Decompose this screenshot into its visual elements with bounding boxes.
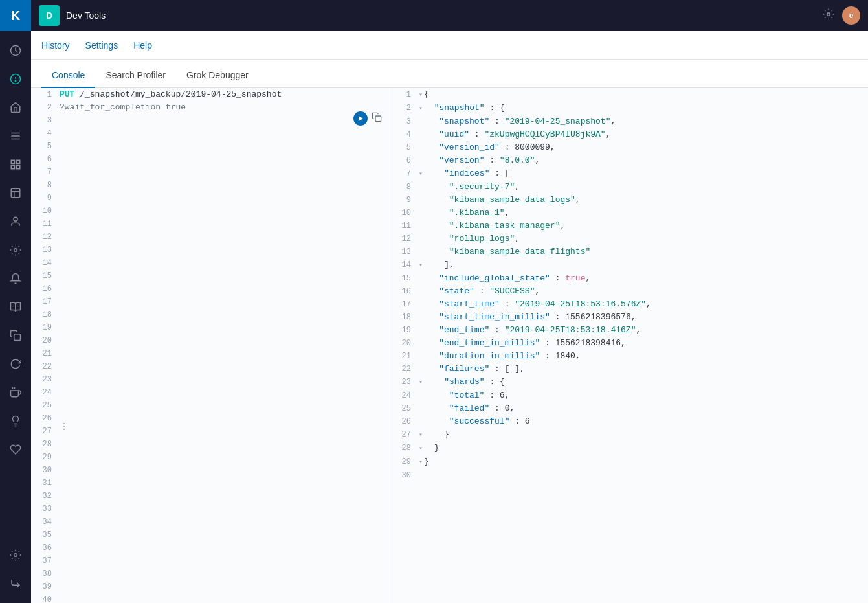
resp-line-29: 29 ▾} (390, 455, 868, 469)
line-num-31: 31 (31, 477, 57, 490)
sidebar-item-arrows[interactable] (0, 569, 31, 598)
resp-line-26: 26 "successful" : 6 (390, 415, 868, 428)
request-line-40: 40 (31, 593, 390, 603)
line-num-28: 28 (31, 438, 57, 451)
resp-line-23: 23 ▾ "shards" : { (390, 376, 868, 389)
resp-line-9: 9 "kibana_sample_data_logs", (390, 194, 868, 207)
request-actions (353, 111, 382, 126)
copy-button[interactable] (372, 112, 382, 125)
line-num-29: 29 (31, 451, 57, 464)
request-line-15: 15 (31, 269, 390, 282)
line-num-39: 39 (31, 580, 57, 593)
tab-console[interactable]: Console (41, 63, 95, 88)
resp-line-13: 13 "kibana_sample_data_flights" (390, 245, 868, 258)
line-num-4: 4 (31, 127, 57, 140)
line-content-1: PUT /_snapshot/my_backup/2019-04-25_snap… (57, 88, 390, 101)
more-options-button[interactable]: ⋮ (60, 421, 69, 431)
request-pane: 1 PUT /_snapshot/my_backup/2019-04-25_sn… (31, 88, 390, 603)
settings-link[interactable]: Settings (85, 40, 118, 51)
sidebar-item-settings[interactable] (0, 541, 31, 569)
request-line-20: 20 (31, 334, 390, 347)
request-line-24: 24 (31, 386, 390, 399)
sidebar-item-bell[interactable] (0, 264, 31, 293)
sidebar: K (0, 0, 31, 603)
line-num-3: 3 (31, 114, 57, 127)
kibana-logo[interactable]: K (0, 0, 31, 31)
sidebar-item-clock[interactable] (0, 36, 31, 65)
resp-line-28: 28 ▾ } (390, 442, 868, 455)
line-num-12: 12 (31, 231, 57, 244)
tab-search-profiler[interactable]: Search Profiler (95, 63, 176, 88)
request-editor[interactable]: 1 PUT /_snapshot/my_backup/2019-04-25_sn… (31, 88, 390, 603)
resp-line-4: 4 "uuid" : "zkUpwgHCQlCyBP4IU8jk9A", (390, 128, 868, 141)
response-pane: 1 ▾{ 2 ▾ "snapshot" : { 3 "snapshot" : "… (390, 88, 868, 603)
resp-line-17: 17 "start_time" : "2019-04-25T18:53:16.5… (390, 298, 868, 311)
line-num-7: 7 (31, 166, 57, 179)
sidebar-item-layers[interactable] (0, 122, 31, 150)
resp-line-30: 30 (390, 469, 868, 482)
run-button[interactable] (353, 111, 368, 126)
svg-rect-8 (11, 166, 14, 169)
line-num-1: 1 (31, 88, 57, 101)
request-line-3: 3 (31, 114, 390, 127)
request-line-32: 32 (31, 490, 390, 503)
history-link[interactable]: History (41, 40, 70, 51)
svg-point-19 (827, 12, 830, 16)
line-num-22: 22 (31, 360, 57, 373)
line-num-35: 35 (31, 529, 57, 541)
sidebar-item-refresh[interactable] (0, 350, 31, 378)
resp-line-21: 21 "duration_in_millis" : 1840, (390, 350, 868, 363)
line-num-11: 11 (31, 218, 57, 231)
line-num-17: 17 (31, 295, 57, 308)
sidebar-item-devtools[interactable] (0, 65, 31, 93)
sidebar-item-book[interactable] (0, 293, 31, 321)
main-content: D Dev Tools e History Settings Help Cons… (31, 0, 868, 603)
response-viewer[interactable]: 1 ▾{ 2 ▾ "snapshot" : { 3 "snapshot" : "… (390, 88, 868, 603)
resp-line-12: 12 "rollup_logs", (390, 233, 868, 245)
resp-line-5: 5 "version_id" : 8000099, (390, 141, 868, 154)
svg-point-11 (14, 217, 17, 221)
sidebar-item-copy[interactable] (0, 321, 31, 350)
sidebar-item-home[interactable] (0, 93, 31, 122)
request-line-21: 21 (31, 347, 390, 360)
request-line-26: 26 (31, 412, 390, 425)
resp-line-8: 8 ".security-7", (390, 181, 868, 194)
tab-grok-debugger[interactable]: Grok Debugger (176, 63, 259, 88)
help-link[interactable]: Help (133, 40, 152, 51)
request-line-33: 33 (31, 503, 390, 516)
sidebar-bottom (0, 541, 31, 603)
sidebar-item-heart[interactable] (0, 435, 31, 464)
request-line-17: 17 (31, 295, 390, 308)
sidebar-item-lightbulb[interactable] (0, 407, 31, 435)
resp-line-27: 27 ▾ } (390, 428, 868, 442)
request-line-10: 10 (31, 205, 390, 218)
sidebar-item-discover[interactable] (0, 179, 31, 207)
request-line-28: 28 (31, 438, 390, 451)
svg-marker-20 (359, 116, 363, 121)
line-num-36: 36 (31, 541, 57, 554)
line-num-10: 10 (31, 205, 57, 218)
user-avatar[interactable]: e (842, 6, 860, 25)
topbar-settings-icon[interactable] (823, 8, 834, 23)
line-num-18: 18 (31, 308, 57, 321)
line-num-19: 19 (31, 321, 57, 334)
sidebar-item-plug[interactable] (0, 378, 31, 407)
request-line-29: 29 (31, 451, 390, 464)
svg-point-2 (15, 80, 16, 82)
resp-line-15: 15 "include_global_state" : true, (390, 272, 868, 285)
line-num-16: 16 (31, 282, 57, 295)
line-num-24: 24 (31, 386, 57, 399)
resp-line-19: 19 "end_time" : "2019-04-25T18:53:18.416… (390, 324, 868, 337)
request-line-16: 16 (31, 282, 390, 295)
request-line-34: 34 (31, 516, 390, 529)
sidebar-item-cogwheel[interactable] (0, 236, 31, 264)
request-line-23: 23 (31, 373, 390, 386)
sidebar-item-grid[interactable] (0, 150, 31, 179)
resp-line-11: 11 ".kibana_task_manager", (390, 220, 868, 233)
resp-line-7: 7 ▾ "indices" : [ (390, 167, 868, 181)
request-line-37: 37 (31, 554, 390, 567)
sidebar-item-user[interactable] (0, 207, 31, 236)
line-num-25: 25 (31, 399, 57, 412)
request-line-4: 4 (31, 127, 390, 140)
request-line-11: 11 (31, 218, 390, 231)
